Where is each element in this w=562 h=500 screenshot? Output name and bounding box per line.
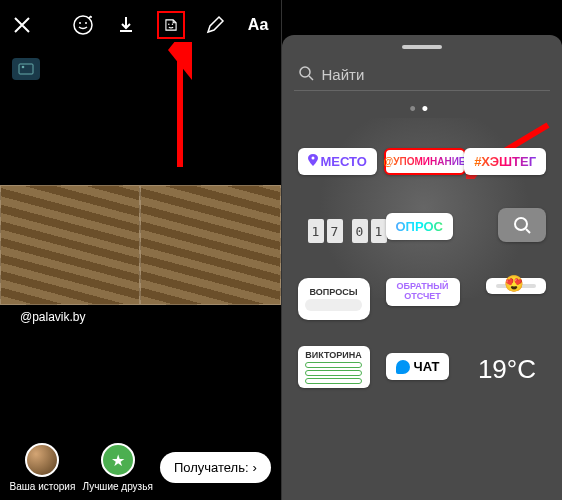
download-icon[interactable] (114, 11, 139, 39)
quiz-sticker[interactable]: ВИКТОРИНА (298, 346, 370, 388)
poll-sticker[interactable]: ОПРОС (386, 213, 453, 240)
sticker-search[interactable]: Найти (294, 59, 551, 91)
svg-point-11 (311, 157, 314, 160)
gif-search-sticker[interactable] (498, 208, 546, 242)
time-sticker[interactable]: 1 7 0 1 (298, 213, 397, 249)
close-icon[interactable] (10, 11, 35, 39)
pin-icon (308, 154, 318, 169)
svg-line-9 (309, 76, 313, 80)
story-bottom-bar: Ваша история ★ Лучшие друзья Получатель:… (0, 443, 281, 492)
svg-point-0 (74, 16, 92, 34)
hashtag-sticker[interactable]: #ХЭШТЕГ (464, 148, 546, 175)
svg-point-12 (515, 218, 527, 230)
tagged-user[interactable]: @palavik.by (20, 310, 86, 324)
svg-point-2 (85, 22, 87, 24)
text-icon[interactable]: Aa (246, 11, 271, 39)
svg-line-13 (526, 229, 530, 233)
sticker-grid: МЕСТО @УПОМИНАНИЕ #ХЭШТЕГ 1 7 0 1 ОПРОС (294, 128, 551, 483)
sticker-picker-screen: Найти •• МЕСТО @УПОМИНАНИЕ #ХЭШТЕГ (282, 0, 563, 500)
recipient-label: Получатель: (174, 460, 249, 475)
close-friends-button[interactable]: ★ Лучшие друзья (82, 443, 152, 492)
svg-rect-5 (19, 64, 33, 74)
search-icon (298, 65, 314, 84)
close-friends-label: Лучшие друзья (82, 481, 152, 492)
your-story-button[interactable]: Ваша история (10, 443, 76, 492)
sticker-sheet: Найти •• МЕСТО @УПОМИНАНИЕ #ХЭШТЕГ (282, 35, 563, 500)
svg-point-3 (168, 24, 169, 25)
emoji-slider-sticker[interactable] (486, 278, 546, 294)
svg-point-1 (79, 22, 81, 24)
location-sticker[interactable]: МЕСТО (298, 148, 377, 175)
svg-point-4 (171, 24, 172, 25)
svg-point-8 (300, 67, 310, 77)
your-story-label: Ваша история (10, 481, 76, 492)
page-dots: •• (294, 91, 551, 128)
recipient-button[interactable]: Получатель: › (160, 452, 271, 483)
chat-bubble-icon (396, 360, 410, 374)
story-editor-screen: Aa @palavik.by Ваша история ★ Лучшие дру… (0, 0, 282, 500)
mention-sticker[interactable]: @УПОМИНАНИЕ (384, 148, 466, 175)
gallery-icon[interactable] (12, 58, 40, 80)
svg-point-6 (22, 66, 25, 69)
search-placeholder: Найти (322, 66, 365, 83)
questions-sticker[interactable]: ВОПРОСЫ (298, 278, 370, 320)
story-image-preview (0, 185, 281, 305)
countdown-sticker[interactable]: ОБРАТНЫЙ ОТСЧЕТ (386, 278, 460, 306)
face-filter-icon[interactable] (71, 11, 96, 39)
sheet-grabber[interactable] (402, 45, 442, 49)
annotation-arrow-1 (165, 42, 195, 172)
sticker-icon[interactable] (157, 11, 185, 39)
weather-sticker[interactable]: 19°C (468, 348, 546, 391)
chat-sticker[interactable]: ЧАТ (386, 353, 450, 380)
chevron-right-icon: › (253, 460, 257, 475)
story-topbar: Aa (0, 0, 281, 50)
draw-icon[interactable] (203, 11, 228, 39)
